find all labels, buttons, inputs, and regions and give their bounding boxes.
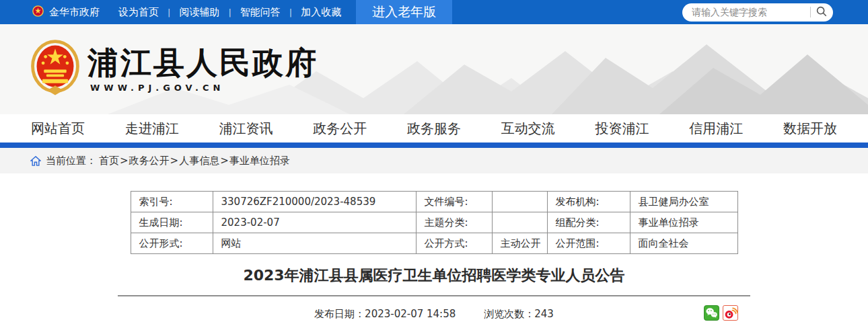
document-meta-table: 索引号: 330726ZF210000/2023-48539 文件编号: 发布机… xyxy=(131,191,738,254)
nav-item-pujiang-news[interactable]: 浦江资讯 xyxy=(219,120,273,138)
publish-method-value: 主动公开 xyxy=(492,233,547,254)
breadcrumb: 当前位置： 首页 > 政务公开 > 人事信息 > 事业单位招录 xyxy=(0,148,868,173)
issuing-agency-label: 发布机构: xyxy=(547,192,630,212)
menu-separator: | xyxy=(168,7,170,17)
search-input[interactable] xyxy=(692,7,805,17)
elderly-version-button[interactable]: 进入老年版 xyxy=(356,0,452,24)
site-title: 浦江县人民政府 xyxy=(87,46,318,80)
site-url: WWW.PJ.GOV.CN xyxy=(90,83,318,93)
nav-item-invest-pujiang[interactable]: 投资浦江 xyxy=(595,120,649,138)
nav-underline-bar xyxy=(0,143,868,148)
main-navigation: 网站首页 走进浦江 浦江资讯 政务公开 政务服务 互动交流 投资浦江 信用浦江 … xyxy=(0,114,868,143)
city-gov-label: 金华市政府 xyxy=(49,6,100,19)
table-row: 生成日期: 2023-02-07 主题分类: 组配分类: 事业单位招录 xyxy=(131,212,737,233)
file-number-value xyxy=(492,192,547,212)
smart-qa-link[interactable]: 智能问答 xyxy=(240,6,281,19)
index-number-label: 索引号: xyxy=(131,192,213,212)
nav-item-gov-services[interactable]: 政务服务 xyxy=(407,120,461,138)
publish-date-label: 发布日期： xyxy=(314,308,365,320)
search-button[interactable] xyxy=(816,5,828,19)
brand-text: 浦江县人民政府 WWW.PJ.GOV.CN xyxy=(87,46,318,93)
national-emblem-small-icon xyxy=(32,5,44,19)
search-divider xyxy=(810,7,811,17)
menu-separator: | xyxy=(228,7,231,17)
article-content: 索引号: 330726ZF210000/2023-48539 文件编号: 发布机… xyxy=(118,191,750,323)
views-label: 浏览次数： xyxy=(484,308,534,320)
nav-item-open-data[interactable]: 数据开放 xyxy=(783,120,837,138)
menu-separator: | xyxy=(289,7,292,17)
publish-form-label: 公开形式: xyxy=(131,233,213,254)
publish-method-label: 公开方式: xyxy=(416,233,492,254)
breadcrumb-home[interactable]: 首页 xyxy=(99,155,119,167)
nav-item-interaction[interactable]: 互动交流 xyxy=(501,120,555,138)
views-count: 243 xyxy=(534,308,554,320)
create-date-value: 2023-02-07 xyxy=(213,212,416,233)
group-category-label: 组配分类: xyxy=(547,212,630,233)
breadcrumb-gov-affairs[interactable]: 政务公开 xyxy=(129,155,170,167)
publish-form-value: 网站 xyxy=(213,233,416,254)
article-meta-line: 发布日期：2023-02-07 14:58浏览次数：243 xyxy=(118,305,750,323)
breadcrumb-separator: > xyxy=(120,155,129,167)
breadcrumb-personnel-info[interactable]: 人事信息 xyxy=(179,155,219,167)
set-homepage-link[interactable]: 设为首页 xyxy=(118,6,159,19)
weibo-share-icon[interactable] xyxy=(723,305,738,321)
breadcrumb-recruitment[interactable]: 事业单位招录 xyxy=(229,155,290,167)
index-number-value: 330726ZF210000/2023-48539 xyxy=(213,192,416,212)
national-emblem-icon xyxy=(31,39,79,99)
nav-item-about-pujiang[interactable]: 走进浦江 xyxy=(125,120,179,138)
top-utility-bar: 金华市政府 设为首页 | 阅读辅助 | 智能问答 | 加入收藏 进入老年版 xyxy=(0,0,868,24)
issuing-agency-value: 县卫健局办公室 xyxy=(630,192,737,212)
add-favorite-link[interactable]: 加入收藏 xyxy=(301,6,341,19)
topic-category-label: 主题分类: xyxy=(416,212,492,233)
file-number-label: 文件编号: xyxy=(416,192,492,212)
wechat-share-icon[interactable] xyxy=(704,305,719,321)
table-row: 索引号: 330726ZF210000/2023-48539 文件编号: 发布机… xyxy=(131,192,737,212)
topbar-menu: 设为首页 | 阅读辅助 | 智能问答 | 加入收藏 xyxy=(118,6,341,19)
site-brand[interactable]: 浦江县人民政府 WWW.PJ.GOV.CN xyxy=(31,39,318,99)
publish-scope-value: 面向全社会 xyxy=(630,233,737,254)
breadcrumb-label: 当前位置： xyxy=(46,155,96,167)
breadcrumb-separator: > xyxy=(170,155,179,167)
publish-scope-label: 公开范围: xyxy=(547,233,630,254)
nav-item-gov-affairs[interactable]: 政务公开 xyxy=(313,120,367,138)
article-title: 2023年浦江县县属医疗卫生单位招聘医学类专业人员公告 xyxy=(118,266,750,286)
search-icon xyxy=(816,5,828,19)
city-gov-link[interactable]: 金华市政府 xyxy=(32,5,100,19)
create-date-label: 生成日期: xyxy=(131,212,213,233)
home-icon xyxy=(30,156,41,166)
group-category-value: 事业单位招录 xyxy=(630,212,737,233)
table-row: 公开形式: 网站 公开方式: 主动公开 公开范围: 面向全社会 xyxy=(131,233,737,254)
nav-item-home[interactable]: 网站首页 xyxy=(31,120,85,138)
reading-aid-link[interactable]: 阅读辅助 xyxy=(179,6,219,19)
title-divider xyxy=(118,295,750,296)
topic-category-value xyxy=(492,212,547,233)
masthead: 浦江县人民政府 WWW.PJ.GOV.CN xyxy=(0,24,868,114)
share-icons xyxy=(704,305,738,321)
publish-date-value: 2023-02-07 14:58 xyxy=(365,308,456,320)
breadcrumb-separator: > xyxy=(220,155,229,167)
nav-item-credit-pujiang[interactable]: 信用浦江 xyxy=(689,120,743,138)
site-search xyxy=(682,3,833,22)
